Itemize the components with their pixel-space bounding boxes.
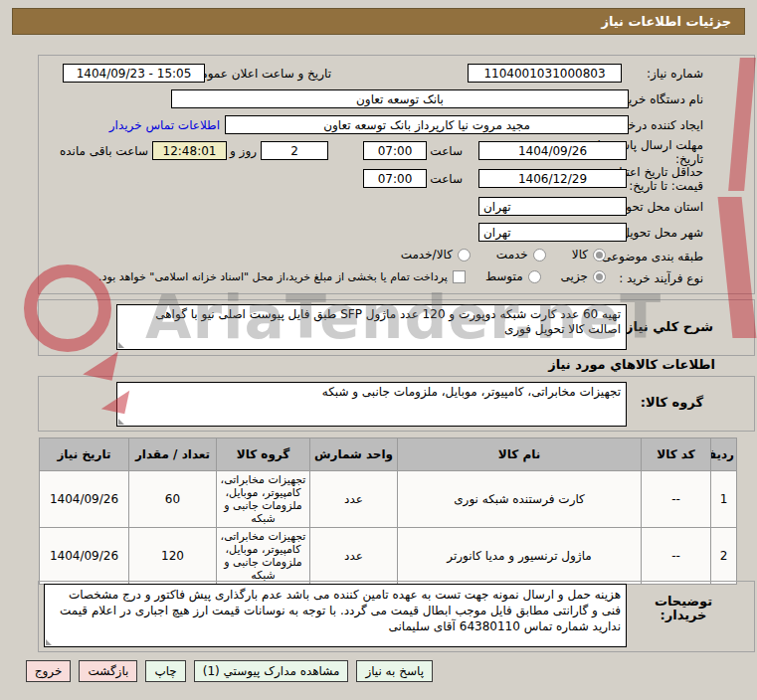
radio-goods-icon[interactable] — [593, 249, 606, 262]
radio-medium-icon[interactable] — [528, 270, 541, 283]
goods-group-textarea[interactable]: تجهیزات مخابراتی، کامپیوتر، موبایل، ملزو… — [116, 382, 627, 427]
general-need-label: شرح کلي نیاز: — [621, 320, 713, 334]
cell-row-number: 1 — [711, 471, 737, 528]
reply-deadline-date-field[interactable]: 1404/09/26 — [478, 141, 627, 160]
cell-item-code: -- — [642, 528, 711, 585]
buyer-notes-textarea[interactable]: هزینه حمل و ارسال نمونه جهت تست به عهده … — [44, 584, 627, 647]
col-item-name: نام کالا — [398, 438, 642, 471]
remaining-time-label: ساعت باقی مانده — [60, 144, 148, 158]
goods-group-label: گروه کالا: — [641, 396, 703, 410]
subject-option-service-label: خدمت — [496, 248, 528, 262]
table-row: 2 -- ماژول ترنسیور و مدیا کانورتر عدد تج… — [40, 528, 737, 585]
buyer-notes-label: توضیحات خریدار: — [651, 595, 716, 622]
col-unit: واحد شمارش — [310, 438, 398, 471]
cell-unit: عدد — [310, 528, 398, 585]
announce-datetime-label: تاریخ و ساعت اعلان عمومی: — [187, 67, 331, 81]
remaining-time-field[interactable]: 12:48:01 — [152, 141, 227, 160]
radio-service-icon[interactable] — [533, 249, 546, 262]
cell-quantity: 120 — [129, 528, 217, 585]
process-option-medium-label: متوسط — [485, 269, 523, 283]
exit-button[interactable]: خروج — [26, 660, 72, 682]
items-table-header-row: ردیف کد کالا نام کالا واحد شمارش گروه کا… — [40, 438, 737, 471]
general-need-textarea[interactable]: تهیه 60 عدد کارت شبکه دوپورت و 120 عدد م… — [116, 304, 627, 350]
announce-datetime-field[interactable]: 1404/09/23 - 15:05 — [63, 64, 205, 83]
action-buttons: پاسخ به نیاز مشاهده مدارک پیوستي (1) چاپ… — [26, 660, 433, 682]
province-field[interactable]: تهران — [478, 197, 627, 216]
need-number-field[interactable]: 1104001031000803 — [468, 64, 622, 83]
remaining-days-field[interactable]: 2 — [261, 141, 328, 160]
remaining-days-label: روز و — [230, 144, 257, 158]
subject-option-goods[interactable]: کالا — [572, 248, 606, 262]
deadline-hour-label: ساعت — [430, 144, 463, 158]
cell-row-number: 2 — [711, 528, 737, 585]
city-label: شهر محل تحویل: — [617, 226, 703, 240]
process-option-minor-label: جزیی — [561, 269, 588, 283]
col-need-date: تاریخ نیاز — [40, 438, 129, 471]
cell-quantity: 60 — [129, 471, 217, 528]
cell-need-date: 1404/09/26 — [40, 471, 129, 528]
col-quantity: تعداد / مقدار — [129, 438, 217, 471]
purchase-process-label: نوع فرآیند خرید : — [619, 271, 703, 285]
back-button[interactable]: بازگشت — [79, 660, 137, 682]
cell-need-date: 1404/09/26 — [40, 528, 129, 585]
need-number-label: شماره نیاز: — [647, 67, 703, 81]
price-validity-date-field[interactable]: 1406/12/29 — [478, 169, 627, 188]
radio-goods-service-icon[interactable] — [458, 249, 471, 262]
process-option-medium[interactable]: متوسط — [485, 269, 541, 283]
table-row: 1 -- کارت فرستنده شبکه نوری عدد تجهیزات … — [40, 471, 737, 528]
subject-option-goods-label: کالا — [572, 248, 588, 262]
buyer-contact-link[interactable]: اطلاعات تماس خریدار — [109, 118, 220, 132]
cell-unit: عدد — [310, 471, 398, 528]
treasury-checkbox-option[interactable]: پرداخت تمام یا بخشی از مبلغ خرید،از محل … — [98, 270, 466, 283]
treasury-checkbox-icon[interactable] — [453, 270, 466, 283]
goods-section-title: اطلاعات کالاهاي مورد نیاز — [548, 358, 715, 372]
print-button[interactable]: چاپ — [145, 660, 185, 682]
city-field[interactable]: تهران — [478, 223, 627, 242]
page-title-text: جزئیات اطلاعات نیاز — [601, 14, 731, 29]
process-option-minor[interactable]: جزیی — [561, 269, 606, 283]
cell-item-group: تجهیزات مخابراتی، کامپیوتر، موبایل، ملزو… — [217, 528, 310, 585]
cell-item-name: ماژول ترنسیور و مدیا کانورتر — [398, 528, 642, 585]
treasury-checkbox-label: پرداخت تمام یا بخشی از مبلغ خرید،از محل … — [98, 270, 448, 283]
subject-option-goods-service[interactable]: کالا/خدمت — [401, 248, 471, 262]
view-attachments-button[interactable]: مشاهده مدارک پیوستي (1) — [194, 660, 349, 682]
cell-item-group: تجهیزات مخابراتی، کامپیوتر، موبایل، ملزو… — [217, 471, 310, 528]
radio-minor-icon[interactable] — [593, 270, 606, 283]
cell-item-code: -- — [642, 471, 711, 528]
items-table: ردیف کد کالا نام کالا واحد شمارش گروه کا… — [39, 438, 737, 585]
request-creator-field[interactable]: مجید مروت نیا کارپرداز بانک توسعه تعاون — [225, 115, 629, 134]
subject-option-goods-service-label: کالا/خدمت — [401, 248, 453, 262]
validity-hour-label: ساعت — [430, 172, 463, 186]
col-item-group: گروه کالا — [217, 438, 310, 471]
subject-option-service[interactable]: خدمت — [496, 248, 546, 262]
page-title: جزئیات اطلاعات نیاز — [12, 8, 745, 35]
col-item-code: کد کالا — [642, 438, 711, 471]
cell-item-name: کارت فرستنده شبکه نوری — [398, 471, 642, 528]
purchase-process-options: جزیی متوسط پرداخت تمام یا بخشی از مبلغ خ… — [98, 269, 606, 283]
reply-deadline-hour-field[interactable]: 07:00 — [363, 141, 427, 160]
subject-class-options: کالا خدمت کالا/خدمت — [401, 248, 606, 262]
subject-class-label: طبقه بندی موضوعی: — [598, 250, 703, 263]
price-validity-hour-field[interactable]: 07:00 — [363, 169, 427, 188]
reply-to-need-button[interactable]: پاسخ به نیاز — [356, 660, 433, 682]
buyer-org-field[interactable]: بانک توسعه تعاون — [171, 89, 629, 108]
col-row-number: ردیف — [711, 438, 737, 471]
